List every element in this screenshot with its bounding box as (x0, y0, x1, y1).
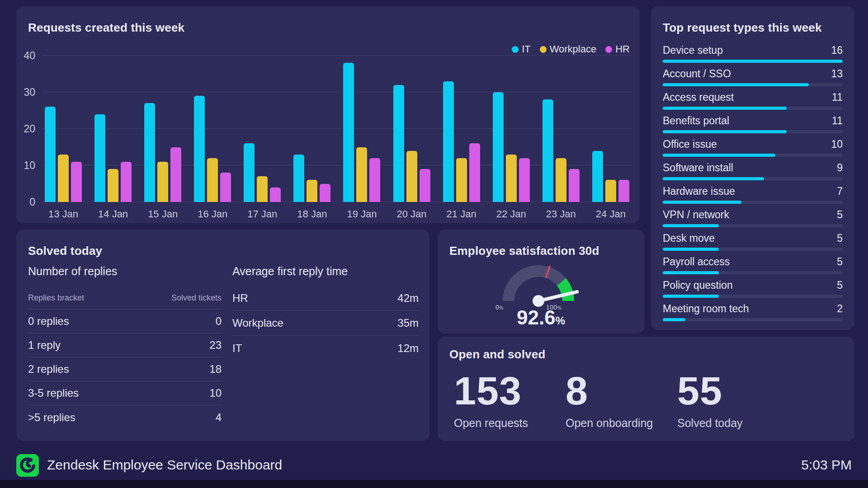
request-type-row: Desk move5 (663, 232, 843, 256)
employee-satisfaction-card: Employee satisfaction 30d 0% 100% 92.6% (438, 230, 644, 333)
bar-workplace (506, 155, 517, 202)
request-bar-fill (663, 107, 787, 110)
request-bar-track (663, 107, 843, 110)
request-type-label: Benefits portal (663, 115, 729, 127)
request-bar-fill (663, 271, 719, 274)
bar-group-17-jan: 17 Jan (243, 56, 281, 202)
request-bar-fill (663, 130, 787, 133)
bar-workplace (605, 180, 616, 202)
request-type-row: Account / SSO13 (663, 68, 843, 91)
gauge-hub (533, 295, 544, 307)
request-type-row: Hardware issue7 (663, 185, 843, 209)
request-bar-fill (663, 201, 741, 204)
stat-block: 55Solved today (677, 369, 789, 430)
bar-chart-plot: 010203040 13 Jan14 Jan15 Jan16 Jan17 Jan… (42, 56, 632, 202)
bar-workplace (157, 162, 168, 202)
request-type-label: Device setup (663, 44, 723, 56)
footer-bar: Zendesk Employee Service Dashboard 5:03 … (0, 452, 868, 480)
request-type-row: Policy question5 (663, 279, 843, 303)
bar-group-16-jan: 16 Jan (193, 56, 231, 202)
request-type-label: Software install (663, 162, 733, 174)
bar-it (194, 96, 205, 202)
bar-workplace (456, 158, 467, 202)
number-of-replies-section: Number of replies Replies bracket Solved… (28, 265, 222, 429)
zendesk-swirl-icon (16, 454, 39, 477)
reply-time-row: HR42m (232, 286, 419, 311)
request-bar-track (663, 318, 843, 321)
request-type-label: Account / SSO (663, 68, 731, 80)
stat-block: 8Open onboarding (566, 369, 677, 430)
x-tick-label: 15 Jan (148, 208, 178, 220)
replies-table-row: 0 replies0 (28, 310, 222, 333)
chart-title: Requests created this week (28, 21, 184, 35)
bar-group-22-jan: 22 Jan (492, 56, 530, 202)
reply-time-value: 35m (397, 317, 419, 329)
solved-tickets-cell: 0 (216, 315, 222, 328)
request-type-count: 11 (832, 91, 843, 103)
dashboard-title: Zendesk Employee Service Dashboard (47, 457, 282, 473)
replies-table-body: 0 replies01 reply232 replies183-5 replie… (28, 310, 222, 429)
reply-time-group: HR (232, 292, 248, 305)
y-tick-label: 30 (24, 86, 35, 99)
reply-time-value: 42m (397, 292, 419, 305)
legend-dot-icon (605, 46, 612, 53)
chart-legend: ITWorkplaceHR (512, 43, 630, 55)
replies-subtitle: Number of replies (28, 265, 222, 278)
x-tick-label: 23 Jan (546, 208, 576, 220)
legend-item-workplace: Workplace (540, 43, 597, 55)
bar-workplace (556, 158, 566, 202)
reply-time-row: Workplace35m (232, 311, 419, 336)
legend-item-hr: HR (605, 43, 630, 55)
bar-workplace (58, 155, 69, 202)
x-tick-label: 19 Jan (347, 208, 377, 220)
bar-hr (519, 158, 530, 202)
bar-it (94, 114, 105, 202)
reply-time-row: IT12m (232, 336, 419, 361)
request-bar-track (663, 60, 843, 63)
request-type-label: Meeting room tech (663, 303, 749, 315)
bar-workplace (356, 147, 367, 202)
bar-hr (270, 188, 281, 202)
request-bar-track (663, 271, 843, 274)
replies-bracket-cell: 2 replies (28, 363, 69, 375)
replies-bracket-cell: 1 reply (28, 339, 61, 352)
request-type-label: Access request (663, 91, 734, 103)
y-tick-label: 40 (24, 50, 35, 62)
bar-group-20-jan: 20 Jan (393, 56, 431, 202)
stat-label: Solved today (677, 417, 789, 430)
reply-time-value: 12m (397, 342, 419, 355)
bar-it (293, 155, 304, 202)
stat-value: 55 (677, 369, 789, 412)
bar-it (443, 81, 454, 202)
bar-it (244, 143, 255, 202)
bar-it (45, 107, 56, 202)
request-bar-track (663, 177, 843, 180)
request-type-label: Payroll access (663, 256, 730, 268)
request-bar-track (663, 154, 843, 157)
stat-value: 8 (566, 369, 677, 412)
bar-group-19-jan: 19 Jan (343, 56, 381, 202)
legend-label: Workplace (550, 43, 597, 55)
request-type-row: VPN / network5 (663, 209, 843, 232)
gauge-green-zone (561, 282, 568, 301)
bar-it (592, 151, 603, 202)
request-bar-fill (663, 177, 764, 180)
bar-group-24-jan: 24 Jan (592, 56, 630, 202)
request-bar-fill (663, 83, 809, 86)
solved-tickets-cell: 4 (216, 411, 222, 424)
bar-workplace (257, 176, 268, 202)
reply-time-list: HR42mWorkplace35mIT12m (232, 286, 419, 361)
legend-label: HR (615, 43, 630, 55)
request-type-label: Policy question (663, 279, 733, 291)
request-bar-fill (663, 154, 775, 157)
bar-hr (469, 143, 480, 202)
request-type-row: Office issue10 (663, 138, 843, 162)
bar-it (144, 103, 155, 202)
replies-bracket-cell: 3-5 replies (28, 387, 79, 399)
request-type-count: 10 (831, 138, 843, 150)
bar-it (542, 99, 553, 202)
bar-it (493, 92, 504, 202)
replies-table-row: 2 replies18 (28, 357, 222, 381)
bar-hr (170, 147, 181, 202)
bar-hr (569, 169, 580, 202)
